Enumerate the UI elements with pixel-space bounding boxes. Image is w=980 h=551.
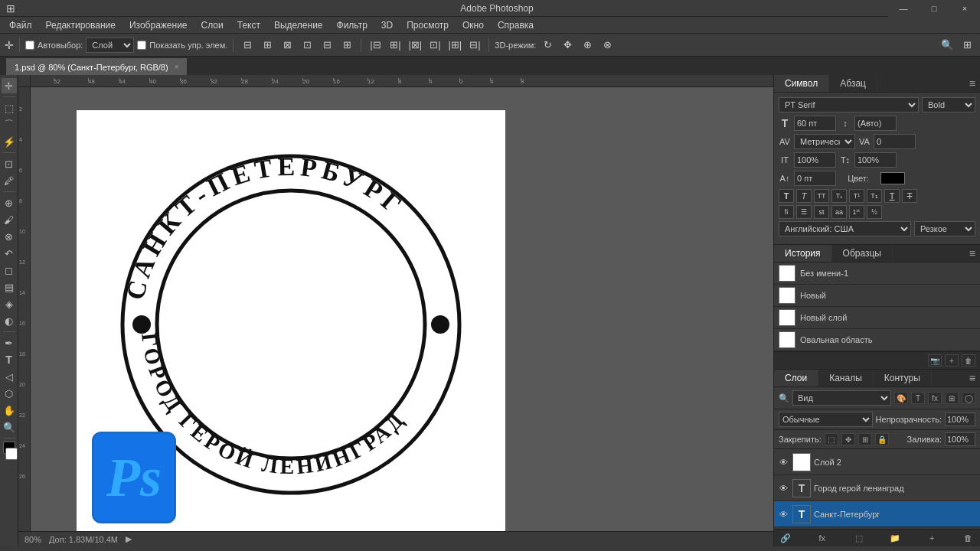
zoom-tool[interactable]: 🔍 — [2, 419, 17, 435]
menu-item-окно[interactable]: Окно — [456, 18, 490, 32]
add-style-button[interactable]: fx — [815, 532, 829, 544]
color-swatch[interactable] — [880, 172, 905, 184]
move-tool-icon[interactable]: ✛ — [5, 39, 14, 51]
magic-wand-tool[interactable]: ⚡ — [2, 134, 17, 149]
lasso-tool[interactable]: ⌒ — [2, 117, 17, 132]
subscript-button[interactable]: T₁ — [867, 189, 882, 203]
layers-filter-select[interactable]: Вид — [792, 390, 891, 406]
clone-tool[interactable]: ⊗ — [2, 229, 17, 244]
layers-menu-button[interactable]: ≡ — [965, 370, 980, 386]
eraser-tool[interactable]: ◻ — [2, 262, 17, 278]
font-style-select[interactable]: Bold — [922, 97, 975, 112]
align-center-h-button[interactable]: ⊞ — [259, 37, 276, 54]
italic-button[interactable]: T — [796, 189, 812, 203]
paragraph-tab[interactable]: Абзац — [829, 75, 877, 92]
tab-close-button[interactable]: × — [175, 63, 179, 71]
slide-3d-button[interactable]: ⊕ — [579, 37, 596, 54]
ligature-button[interactable]: fi — [779, 205, 794, 219]
fractions-button[interactable]: ½ — [867, 205, 882, 219]
blend-mode-select[interactable]: Обычные — [779, 412, 873, 427]
search-button[interactable]: 🔍 — [939, 37, 956, 54]
align-right-button[interactable]: ⊠ — [279, 37, 296, 54]
canvas-scroll[interactable]: САНКТ-ПЕТЕРБУРГ ГОРОД ГЕРОЙ ЛЕНИНГРАД — [31, 87, 773, 531]
history-item-4[interactable]: Овальная область — [774, 329, 980, 351]
crop-tool[interactable]: ⊡ — [2, 156, 17, 171]
bold-button[interactable]: T — [779, 189, 794, 203]
filter-color-button[interactable]: ◯ — [962, 392, 975, 404]
pan-3d-button[interactable]: ✥ — [559, 37, 576, 54]
oldstyle-button[interactable]: ☰ — [796, 205, 812, 219]
new-state-button[interactable]: + — [945, 354, 959, 367]
menu-item-текст[interactable]: Текст — [231, 18, 266, 32]
history-item-3[interactable]: Новый слой — [774, 307, 980, 329]
distribute-center-v-button[interactable]: |⊞| — [446, 37, 463, 54]
underline-button[interactable]: T — [884, 189, 900, 203]
align-top-button[interactable]: ⊡ — [299, 37, 315, 54]
swatches-tab[interactable]: Образцы — [832, 245, 893, 262]
language-select[interactable]: Английский: США — [779, 221, 911, 236]
distribute-top-button[interactable]: ⊡| — [426, 37, 443, 54]
menu-item-слои[interactable]: Слои — [195, 18, 230, 32]
distribute-center-h-button[interactable]: ⊞| — [387, 37, 403, 54]
dodge-tool[interactable]: ◐ — [2, 313, 17, 328]
layer-eye-spb[interactable]: 👁 — [777, 508, 789, 520]
new-layer-button[interactable]: + — [925, 532, 939, 544]
small-caps-button[interactable]: Tₛ — [831, 189, 847, 203]
menu-item-справка[interactable]: Справка — [492, 18, 540, 32]
gradient-tool[interactable]: ▤ — [2, 279, 17, 295]
lock-artboards-button[interactable]: ⊞ — [858, 433, 872, 445]
menu-item-фильтр[interactable]: Фильтр — [331, 18, 374, 32]
scale-h-input[interactable] — [794, 152, 836, 168]
healing-tool[interactable]: ⊕ — [2, 195, 17, 210]
background-color[interactable] — [5, 448, 18, 460]
alternate-button[interactable]: st — [814, 205, 829, 219]
ordinal-button[interactable]: 1ˢᵗ — [849, 205, 864, 219]
new-snapshot-button[interactable]: 📷 — [928, 354, 942, 367]
history-brush-tool[interactable]: ↶ — [2, 246, 17, 261]
hand-tool[interactable]: ✋ — [2, 403, 17, 418]
distribute-bottom-button[interactable]: ⊟| — [466, 37, 483, 54]
arrange-button[interactable]: ⊞ — [959, 37, 975, 54]
tracking-input[interactable] — [874, 134, 916, 149]
leading-input[interactable] — [854, 116, 897, 131]
minimize-button[interactable]: — — [888, 0, 919, 17]
align-center-v-button[interactable]: ⊟ — [318, 37, 335, 54]
menu-item-изображение[interactable]: Изображение — [123, 18, 194, 32]
history-item-1[interactable]: Без имени-1 — [774, 262, 980, 285]
superscript-button[interactable]: T¹ — [849, 189, 864, 203]
scale-3d-button[interactable]: ⊗ — [599, 37, 616, 54]
text-tool[interactable]: T — [2, 352, 17, 367]
channels-tab[interactable]: Каналы — [818, 370, 874, 386]
discretionary-button[interactable]: aa — [831, 205, 847, 219]
layer-item-sloy2[interactable]: 👁 Слой 2 — [774, 449, 980, 475]
menu-item-выделение[interactable]: Выделение — [268, 18, 329, 32]
delete-layer-button[interactable]: 🗑 — [962, 532, 975, 544]
add-mask-button[interactable]: ⬚ — [852, 532, 866, 544]
fill-input[interactable] — [945, 432, 975, 446]
align-bottom-button[interactable]: ⊞ — [338, 37, 355, 54]
distribute-right-button[interactable]: |⊠| — [407, 37, 423, 54]
maximize-button[interactable]: □ — [919, 0, 949, 17]
menu-item-3d[interactable]: 3D — [375, 18, 399, 32]
new-group-button[interactable]: 📁 — [888, 532, 902, 544]
strikethrough-button[interactable]: T — [902, 189, 917, 203]
show-controls-checkbox[interactable] — [137, 41, 146, 50]
lock-pixels-button[interactable]: ⬚ — [825, 433, 838, 445]
menu-item-редактирование[interactable]: Редактирование — [40, 18, 122, 32]
document-tab[interactable]: 1.psd @ 80% (Санкт-Петербург, RGB/8) × — [6, 58, 187, 75]
pen-tool[interactable]: ✒ — [2, 335, 17, 350]
layer-item-gorod[interactable]: 👁 T Город герой ленинград — [774, 475, 980, 501]
history-menu-button[interactable]: ≡ — [965, 245, 980, 262]
scale-v-input[interactable] — [854, 152, 897, 168]
rotate-3d-button[interactable]: ↻ — [539, 37, 556, 54]
opacity-input[interactable] — [945, 412, 975, 426]
menu-item-просмотр[interactable]: Просмотр — [400, 18, 455, 32]
auto-select-dropdown[interactable]: Слой Группа — [86, 37, 134, 53]
delete-state-button[interactable]: 🗑 — [962, 354, 975, 367]
kerning-select[interactable]: Метрическ — [794, 134, 855, 149]
lock-all-button[interactable]: 🔒 — [875, 433, 889, 445]
align-left-button[interactable]: ⊟ — [239, 37, 256, 54]
shape-tool[interactable]: ⬡ — [2, 386, 17, 401]
filter-smart-button[interactable]: ⊞ — [945, 392, 959, 404]
caps-button[interactable]: TT — [814, 189, 829, 203]
